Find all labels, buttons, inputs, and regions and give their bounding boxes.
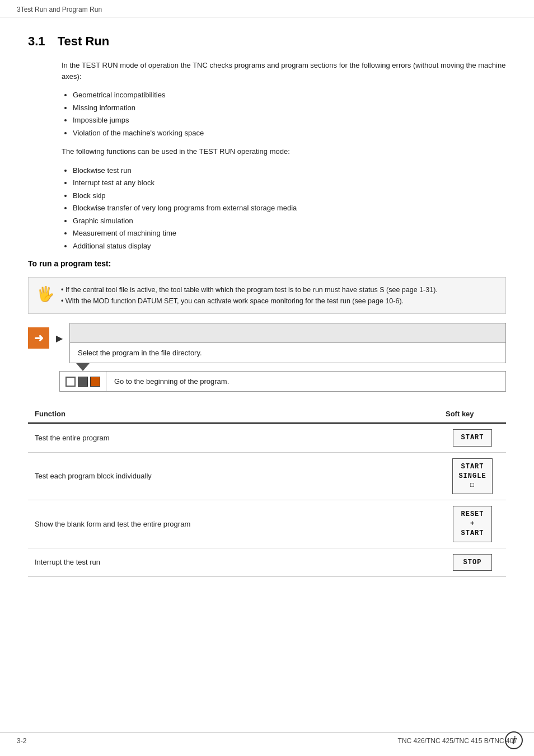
table-row: Test each program block individually STA… [28,452,506,500]
footer-page-number: 3-2 [17,737,26,745]
list-item: Block skip [73,190,506,201]
list-item: Impossible jumps [73,115,506,126]
main-content: 3.1 Test Run In the TEST RUN mode of ope… [0,17,534,611]
step1-outer: ➜ ▶ Select the program in the file direc… [28,323,506,363]
softkey-stop: STOP [453,554,492,571]
table-col-softkey: Soft key [439,405,506,423]
section-heading-text: Test Run [58,34,109,48]
list-item: Measurement of machining time [73,228,506,239]
info-icon: i [505,731,523,749]
list-item: Additional status display [73,241,506,252]
subsection-title: To run a program test: [28,259,506,268]
function-bullet-list: Blockwise test run Interrupt test at any… [73,165,506,252]
table-cell-softkey: RESET+START [439,500,506,548]
list-item: Blockwise test run [73,165,506,176]
table-cell-function-text: Show the blank form and test the entire … [35,520,190,528]
table-cell-softkey: STOP [439,548,506,577]
function-table: Function Soft key Test the entire progra… [28,405,506,577]
note-bullet-1: • If the central tool file is active, th… [61,284,438,295]
step2-row: Go to the beginning of the program. [59,371,506,392]
down-arrow-icon [76,363,90,371]
table-col-function: Function [28,405,439,423]
table-cell-softkey: STARTSINGLE□ [439,452,506,500]
softkey-start: START [453,429,492,447]
list-item: Interrupt test at any block [73,177,506,189]
note-bullet-2: • With the MOD function DATUM SET, you c… [61,295,438,307]
step-arrow: ▶ [56,333,63,344]
btn-dark-square [78,377,88,387]
note-text: • If the central tool file is active, th… [61,284,438,307]
step2-button-group [59,371,106,392]
table-cell-softkey: START [439,423,506,452]
table-cell-function: Show the blank form and test the entire … [28,500,439,548]
step1-boxes: Select the program in the file directory… [69,323,506,363]
section-number: 3.1 [28,34,45,48]
step1-highlight-box [69,323,506,343]
step2-text: Go to the beginning of the program. [106,371,506,392]
page-header: 3 Test Run and Program Run [0,0,534,17]
softkey-reset-start: RESET+START [453,506,492,542]
arrow-icon: ➜ [28,327,49,349]
hand-icon: 🖐 [36,285,54,303]
list-item: Geometrical incompatibilities [73,90,506,101]
header-chapter-number: 3 [17,6,21,13]
down-arrow-container [59,363,506,371]
list-item: Missing information [73,102,506,114]
section-title: 3.1 Test Run [28,34,506,49]
list-item: Blockwise transfer of very long programs… [73,203,506,214]
page-container: 3 Test Run and Program Run 3.1 Test Run … [0,0,534,756]
step1-text: Select the program in the file directory… [69,343,506,363]
step1-icons: ➜ ▶ [28,323,69,349]
table-row: Test the entire program START [28,423,506,452]
note-box: 🖐 • If the central tool file is active, … [28,277,506,314]
intro-paragraph: In the TEST RUN mode of operation the TN… [62,60,506,82]
footer-product: TNC 426/TNC 425/TNC 415 B/TNC 407 [398,737,517,745]
btn-orange-square [90,377,100,387]
list-item: Graphic simulation [73,215,506,227]
table-row: Show the blank form and test the entire … [28,500,506,548]
table-row: Interrupt the test run STOP [28,548,506,577]
list-item: Violation of the machine's working space [73,128,506,139]
btn-white-square [65,377,76,387]
table-cell-function: Interrupt the test run [28,548,439,577]
table-cell-function: Test each program block individually [28,452,439,500]
step1-wrapper: ➜ ▶ Select the program in the file direc… [28,323,506,392]
arrow-symbol: ➜ [34,331,44,345]
error-bullet-list: Geometrical incompatibilities Missing in… [73,90,506,138]
page-footer: 3-2 TNC 426/TNC 425/TNC 415 B/TNC 407 [0,732,534,745]
softkey-start-single: STARTSINGLE□ [452,458,492,494]
functions-intro: The following functions can be used in t… [62,146,506,157]
table-cell-function: Test the entire program [28,423,439,452]
header-chapter-title: Test Run and Program Run [21,6,102,13]
